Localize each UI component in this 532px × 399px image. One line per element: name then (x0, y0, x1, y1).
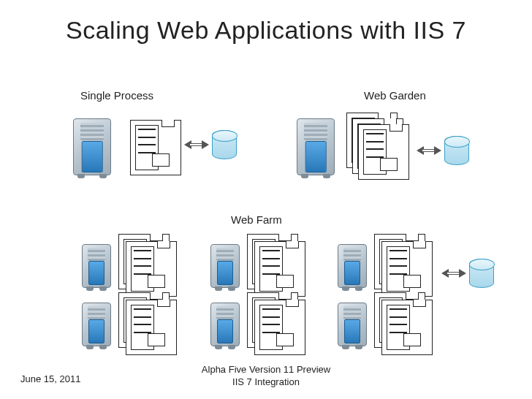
bidirectional-arrow-icon (184, 142, 209, 148)
database-icon (469, 259, 494, 288)
label-web-garden: Web Garden (364, 89, 426, 102)
footer-date: June 15, 2011 (20, 373, 80, 384)
slide-title: Scaling Web Applications with IIS 7 (0, 16, 532, 45)
server-icon (210, 244, 240, 288)
server-icon (82, 244, 111, 288)
server-icon (73, 118, 111, 175)
label-web-farm: Web Farm (231, 213, 282, 226)
server-icon (82, 303, 111, 346)
bidirectional-arrow-icon (441, 270, 466, 276)
database-icon (444, 136, 469, 165)
label-single-process: Single Process (80, 89, 153, 102)
server-icon (338, 303, 367, 346)
footer-subtitle: Alpha Five Version 11 Preview IIS 7 Inte… (202, 363, 330, 389)
process-box-stack (346, 113, 412, 181)
bidirectional-arrow-icon (417, 148, 441, 153)
database-icon (212, 130, 237, 159)
server-icon (338, 244, 367, 288)
server-icon (210, 303, 240, 346)
server-icon (297, 118, 335, 175)
